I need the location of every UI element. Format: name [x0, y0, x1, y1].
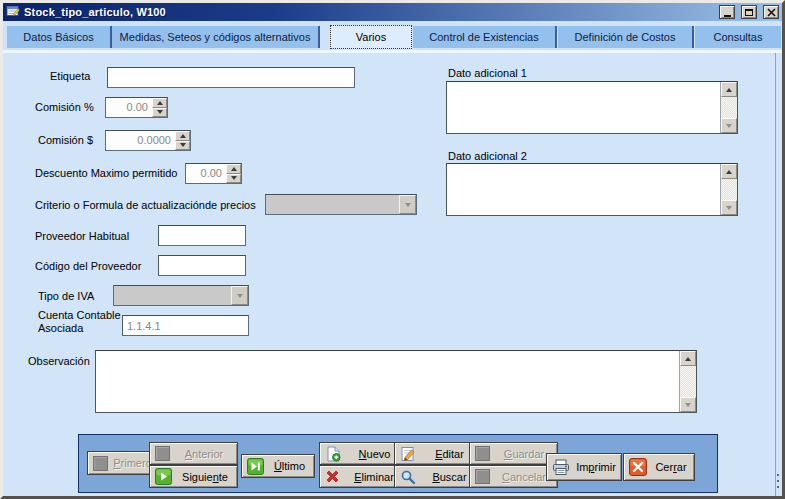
maximize-button[interactable] — [741, 5, 757, 19]
dato-adicional-1-label: Dato adicional 1 — [448, 67, 527, 80]
descuento-max-spinner[interactable]: 0.00 — [185, 163, 242, 184]
maximize-icon — [745, 9, 753, 16]
arrow-down-icon — [685, 403, 691, 407]
app-icon — [6, 5, 20, 19]
proveedor-habitual-label: Proveedor Habitual — [35, 230, 129, 243]
chevron-down-icon — [405, 203, 411, 207]
save-record-icon — [475, 446, 490, 461]
action-button-panel: Primero Anterior Siguiente — [78, 434, 718, 493]
search-icon — [400, 469, 416, 485]
scroll-up-button[interactable] — [721, 82, 737, 97]
scroll-down-button[interactable] — [680, 397, 696, 412]
minimize-icon — [724, 15, 731, 17]
siguiente-button[interactable]: Siguiente — [149, 465, 238, 488]
window-title: Stock_tipo_articulo, W100 — [24, 6, 713, 18]
cuenta-contable-label: Cuenta Contable Asociada — [38, 309, 124, 335]
dropdown-arrow-button[interactable] — [231, 286, 248, 305]
close-button[interactable] — [763, 5, 779, 19]
arrow-down-icon — [180, 143, 186, 147]
proveedor-habitual-input[interactable] — [158, 225, 246, 246]
cancelar-button[interactable]: Cancelar — [469, 465, 558, 488]
observacion-textarea[interactable] — [95, 350, 697, 413]
app-window: Stock_tipo_articulo, W100 Datos Básicos … — [0, 0, 785, 499]
descuento-max-label: Descuento Maximo permitido — [35, 167, 177, 180]
arrow-up-icon — [726, 88, 732, 92]
dato-adicional-2-textarea[interactable] — [446, 163, 738, 216]
dato-adicional-1-textarea[interactable] — [446, 81, 738, 134]
primero-button[interactable]: Primero — [87, 451, 157, 475]
tipo-iva-label: Tipo de IVA — [38, 290, 94, 303]
tab-control-existencias[interactable]: Control de Existencias — [413, 26, 557, 48]
arrow-up-icon — [180, 134, 186, 138]
close-icon — [767, 8, 776, 17]
arrow-down-icon — [157, 110, 163, 114]
comision-pct-spin-up-button[interactable] — [152, 98, 167, 108]
arrow-up-icon — [685, 357, 691, 361]
comision-monto-spin-up-button[interactable] — [175, 131, 190, 141]
descuento-max-value: 0.00 — [186, 164, 226, 183]
next-record-icon — [155, 468, 172, 485]
titlebar[interactable]: Stock_tipo_articulo, W100 — [3, 3, 782, 21]
comision-pct-spin-down-button[interactable] — [152, 108, 167, 118]
scroll-up-button[interactable] — [721, 164, 737, 179]
tab-definicion-costos[interactable]: Definición de Costos — [558, 26, 694, 48]
etiqueta-input[interactable] — [107, 67, 355, 88]
codigo-proveedor-label: Código del Proveedor — [35, 260, 141, 273]
tab-bar: Datos Básicos Medidas, Seteos y códigos … — [3, 21, 782, 53]
tab-datos-basicos[interactable]: Datos Básicos — [7, 26, 112, 48]
criterio-label: Criterio o Formula de actualizaciónde pr… — [35, 199, 256, 212]
cancel-record-icon — [475, 469, 490, 484]
comision-monto-spinner[interactable]: 0.0000 — [105, 130, 191, 151]
cuenta-contable-input[interactable] — [122, 315, 249, 336]
ultimo-button[interactable]: Último — [241, 454, 315, 478]
comision-monto-label: Comisión $ — [38, 134, 93, 147]
descuento-spin-up-button[interactable] — [226, 164, 241, 174]
cerrar-button[interactable]: Cerrar — [623, 453, 695, 481]
imprimir-button[interactable]: Imprimir — [546, 453, 622, 481]
close-window-icon — [629, 458, 647, 476]
arrow-up-icon — [157, 101, 163, 105]
comision-monto-value: 0.0000 — [106, 131, 175, 150]
chevron-down-icon — [237, 294, 243, 298]
client-edge-divider — [775, 53, 776, 496]
scroll-up-button[interactable] — [680, 351, 696, 366]
anterior-button[interactable]: Anterior — [149, 442, 238, 465]
new-record-icon — [325, 446, 341, 462]
dato-adicional-2-edit-area[interactable] — [447, 164, 720, 215]
arrow-up-icon — [231, 167, 237, 171]
tipo-iva-dropdown[interactable] — [113, 285, 249, 306]
dato-adicional-2-scrollbar[interactable] — [720, 164, 737, 215]
arrow-down-icon — [726, 206, 732, 210]
print-icon — [552, 459, 570, 476]
scroll-down-button[interactable] — [721, 200, 737, 215]
tab-consultas[interactable]: Consultas — [695, 26, 781, 48]
dropdown-arrow-button[interactable] — [399, 195, 416, 214]
tab-varios[interactable]: Varios — [330, 25, 412, 49]
previous-record-icon — [155, 446, 170, 461]
dato-adicional-1-edit-area[interactable] — [447, 82, 720, 133]
guardar-button[interactable]: Guardar — [469, 442, 558, 465]
comision-pct-spinner[interactable]: 0.00 — [105, 97, 168, 118]
dato-adicional-1-scrollbar[interactable] — [720, 82, 737, 133]
arrow-down-icon — [726, 124, 732, 128]
tab-medidas-seteos[interactable]: Medidas, Seteos y códigos alternativos — [112, 26, 320, 48]
comision-pct-value: 0.00 — [106, 98, 152, 117]
descuento-spin-down-button[interactable] — [226, 174, 241, 184]
delete-record-icon — [325, 469, 340, 484]
minimize-button[interactable] — [719, 5, 735, 19]
edit-record-icon — [400, 446, 416, 462]
first-record-icon — [93, 456, 108, 471]
etiqueta-label: Etiqueta — [50, 70, 90, 83]
comision-pct-label: Comisión % — [35, 101, 94, 114]
arrow-down-icon — [231, 176, 237, 180]
observacion-edit-area[interactable] — [96, 351, 679, 412]
observacion-label: Observación — [28, 355, 90, 368]
comision-monto-spin-down-button[interactable] — [175, 141, 190, 151]
criterio-dropdown[interactable] — [265, 194, 417, 215]
observacion-scrollbar[interactable] — [679, 351, 696, 412]
last-record-icon — [247, 458, 264, 475]
form-panel: Etiqueta Comisión % 0.00 Comisión $ 0.00… — [3, 53, 782, 496]
dato-adicional-2-label: Dato adicional 2 — [448, 150, 527, 163]
codigo-proveedor-input[interactable] — [158, 255, 246, 276]
scroll-down-button[interactable] — [721, 118, 737, 133]
